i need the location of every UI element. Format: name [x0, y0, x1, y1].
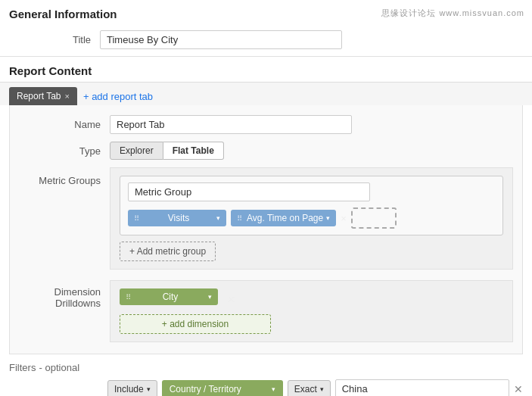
metric-groups-label: Metric Groups: [19, 167, 110, 186]
chevron-down-icon: ▾: [320, 385, 324, 393]
report-tab-label: Report Tab: [17, 91, 61, 101]
type-explorer-button[interactable]: Explorer: [110, 142, 163, 160]
filter-include-dropdown[interactable]: Include ▾: [107, 380, 157, 397]
drag-handle-icon: ⠿: [237, 214, 242, 223]
drag-handle-icon: ⠿: [126, 293, 131, 301]
report-tab-button[interactable]: Report Tab ×: [9, 87, 77, 105]
title-input[interactable]: [100, 30, 342, 49]
filter-include-label: Include: [114, 384, 144, 394]
filters-title: Filters - optional: [9, 360, 523, 373]
chevron-down-icon: ▾: [326, 214, 330, 222]
metric-group-box: ⠿ Visits ▾ ⠿ Avg. Time on Page ▾ ×: [120, 176, 503, 235]
filter-dimension-dropdown[interactable]: Country / Territory ▾: [162, 380, 283, 397]
metric-pills-row: ⠿ Visits ▾ ⠿ Avg. Time on Page ▾ ×: [128, 207, 495, 229]
add-report-tab-link[interactable]: + add report tab: [83, 91, 153, 102]
remove-city-dimension-icon[interactable]: ✕: [227, 294, 235, 305]
chevron-down-icon: ▾: [216, 214, 220, 222]
tab-type-label: Type: [19, 142, 110, 157]
add-dimension-button[interactable]: + add dimension: [120, 314, 271, 334]
filters-optional-label: - optional: [39, 362, 79, 373]
dimension-pill-city[interactable]: ⠿ City ▾: [120, 288, 218, 305]
filters-section: Filters - optional Include ▾ Country / T…: [0, 354, 532, 396]
close-tab-icon[interactable]: ×: [64, 92, 69, 101]
filter-row: Include ▾ Country / Territory ▾ Exact ▾ …: [9, 379, 523, 396]
metric-pill-avg-time-label: Avg. Time on Page: [247, 213, 323, 223]
chevron-down-icon: ▾: [272, 385, 275, 393]
metric-pill-visits[interactable]: ⠿ Visits ▾: [128, 210, 226, 226]
chevron-down-icon: ▾: [147, 385, 151, 393]
filter-value-input[interactable]: [335, 379, 509, 396]
tab-name-input[interactable]: [110, 115, 352, 134]
metric-pill-placeholder: [351, 207, 397, 229]
dimension-drilldowns-row: Dimension Drilldowns ⠿ City ▾ ✕ + add di…: [10, 276, 522, 346]
tab-name-field-wrapper: [110, 115, 513, 134]
report-content-section: Report Content Report Tab × + add report…: [0, 60, 532, 354]
tab-form-area: Name Type Explorer Flat Table Metric Gro…: [9, 105, 523, 354]
title-label: Title: [9, 30, 100, 45]
chevron-down-icon: ▾: [208, 293, 212, 301]
metric-group-name-input[interactable]: [128, 182, 370, 201]
remove-filter-icon[interactable]: ✕: [514, 383, 523, 395]
metric-groups-area: ⠿ Visits ▾ ⠿ Avg. Time on Page ▾ ×: [110, 167, 513, 270]
dimension-pill-city-label: City: [163, 292, 179, 302]
tab-type-row: Type Explorer Flat Table: [10, 138, 522, 164]
metric-pill-avg-time[interactable]: ⠿ Avg. Time on Page ▾: [231, 210, 336, 226]
title-field-wrapper: [100, 30, 523, 49]
dimension-drilldowns-label: Dimension Drilldowns: [19, 280, 110, 309]
filters-label: Filters: [9, 362, 36, 373]
metric-groups-row: Metric Groups ⠿ Visits ▾ ⠿: [10, 164, 522, 273]
dimension-area: ⠿ City ▾ ✕ + add dimension: [110, 280, 513, 342]
filter-operator-dropdown[interactable]: Exact ▾: [288, 380, 331, 397]
tab-name-label: Name: [19, 115, 110, 130]
filter-dimension-label: Country / Territory: [170, 384, 241, 394]
remove-avg-time-icon[interactable]: ×: [341, 213, 347, 224]
drag-handle-icon: ⠿: [134, 214, 139, 223]
tab-type-group: Explorer Flat Table: [110, 142, 513, 160]
metric-pill-visits-label: Visits: [168, 213, 189, 223]
watermark: 思缘设计论坛 www.missvuan.com: [381, 8, 524, 19]
title-row: Title: [0, 27, 532, 53]
filter-operator-label: Exact: [294, 384, 317, 394]
type-flat-table-button[interactable]: Flat Table: [163, 142, 224, 160]
add-metric-group-button[interactable]: + Add metric group: [120, 242, 216, 261]
report-content-title: Report Content: [0, 60, 532, 82]
report-tabs-bar: Report Tab × + add report tab: [0, 82, 532, 105]
tab-name-row: Name: [10, 111, 522, 138]
divider-1: [0, 56, 532, 57]
